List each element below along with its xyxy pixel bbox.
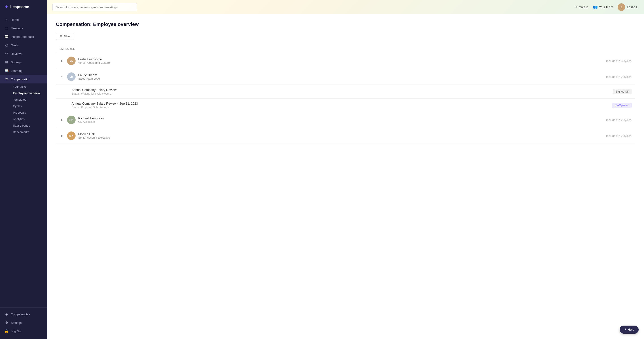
label-goals: Goals	[11, 44, 18, 47]
create-button[interactable]: + Create	[575, 5, 588, 10]
label-settings: Settings	[11, 321, 22, 324]
filter-icon: ▽	[60, 34, 62, 38]
employee-role-leslie: VP of People and Culture	[78, 61, 110, 64]
cycle-badge: Re-Opened	[612, 103, 632, 108]
employee-cell-monica: ▶ MH Monica Hall Senior Account Executiv…	[56, 128, 426, 144]
label-compensation: Compensation	[11, 78, 30, 81]
column-cycles	[426, 45, 635, 53]
cycle-name: Annual Company Salary Review	[72, 88, 116, 92]
cycle-cell: Annual Company Salary Review Status: Wai…	[56, 85, 635, 98]
sidebar: ✦ Leapsome ⌂Home☰Meetings💬Instant Feedba…	[0, 0, 47, 339]
table-row[interactable]: ▾ LB Laurie Bream Sales Team Lead Includ…	[56, 69, 635, 85]
icon-compensation: ✿	[4, 77, 8, 81]
topbar-actions: + Create 👥 Your team LL Leslie L.	[575, 3, 639, 11]
sidebar-bottom: ◈Competencies⚙Settings🔒Log Out	[0, 308, 47, 339]
chevron-richard[interactable]: ▶	[60, 118, 64, 122]
logo-text: Leapsome	[10, 5, 29, 9]
employee-role-richard: CS Associate	[78, 120, 104, 124]
sidebar-subitem-benchmarks[interactable]: Benchmarks	[11, 129, 47, 135]
employee-name-leslie: Leslie Leapsome	[78, 58, 110, 61]
help-label: Help	[628, 328, 634, 332]
sidebar-subitem-proposals[interactable]: Proposals	[11, 109, 47, 116]
sidebar-subitem-analytics[interactable]: Analytics	[11, 116, 47, 122]
icon-home: ⌂	[4, 18, 8, 22]
column-employee: Employee	[56, 45, 426, 53]
help-icon: ?	[624, 328, 626, 332]
icon-settings: ⚙	[4, 321, 8, 325]
label-reviews: Reviews	[11, 52, 22, 56]
your-team-label: Your team	[599, 5, 613, 9]
avatar-monica: MH	[67, 132, 76, 140]
sidebar-item-compensation[interactable]: ✿Compensation	[0, 75, 47, 84]
employee-role-monica: Senior Account Executive	[78, 136, 110, 139]
sidebar-item-reviews[interactable]: ✏Reviews	[0, 50, 47, 58]
filter-label: Filter	[64, 35, 70, 38]
cycles-count-leslie: Included in 3 cycles	[426, 53, 635, 69]
employee-role-laurie: Sales Team Lead	[78, 77, 100, 80]
chevron-laurie[interactable]: ▾	[60, 74, 64, 79]
search-input[interactable]	[52, 3, 137, 12]
filter-button[interactable]: ▽ Filter	[56, 33, 74, 40]
label-learning: Learning	[11, 69, 22, 72]
cycles-count-monica: Included in 2 cycles	[426, 128, 635, 144]
sidebar-item-learning[interactable]: 📖Learning	[0, 66, 47, 75]
employee-cell-richard: ▶ RH Richard Hendricks CS Associate	[56, 112, 426, 128]
avatar-richard: RH	[67, 116, 76, 124]
help-button[interactable]: ? Help	[620, 326, 639, 334]
icon-instant-feedback: 💬	[4, 35, 8, 39]
sidebar-subitem-templates[interactable]: Templates	[11, 96, 47, 103]
team-icon: 👥	[593, 5, 598, 10]
sidebar-subitem-salary-bands[interactable]: Salary bands	[11, 122, 47, 129]
icon-competencies: ◈	[4, 312, 8, 316]
icon-learning: 📖	[4, 69, 8, 73]
cycle-info: Annual Company Salary Review Status: Wai…	[72, 88, 116, 95]
sidebar-item-settings[interactable]: ⚙Settings	[0, 318, 47, 327]
sidebar-item-competencies[interactable]: ◈Competencies	[0, 310, 47, 318]
create-label: Create	[579, 5, 588, 9]
sidebar-subitem-employee-overview[interactable]: Employee overview	[11, 90, 47, 96]
label-home: Home	[11, 18, 19, 22]
plus-icon: +	[575, 5, 578, 10]
logo-icon: ✦	[4, 4, 8, 10]
cycles-count-richard: Included in 2 cycles	[426, 112, 635, 128]
sidebar-item-meetings[interactable]: ☰Meetings	[0, 24, 47, 32]
employee-name-richard: Richard Hendricks	[78, 116, 104, 120]
page-title: Compensation: Employee overview	[56, 22, 635, 27]
logo[interactable]: ✦ Leapsome	[0, 0, 47, 14]
sidebar-nav: ⌂Home☰Meetings💬Instant Feedback◎Goals✏Re…	[0, 14, 47, 308]
icon-log-out: 🔒	[4, 329, 8, 333]
sidebar-subitem-cycles[interactable]: Cycles	[11, 103, 47, 109]
employee-info-monica: Monica Hall Senior Account Executive	[78, 132, 110, 139]
employee-table: Employee ▶ LL Leslie Leapsome VP of Peop…	[56, 45, 635, 144]
employee-cell-laurie: ▾ LB Laurie Bream Sales Team Lead	[56, 69, 426, 85]
avatar-leslie: LL	[67, 56, 76, 65]
cycle-row[interactable]: Annual Company Salary Review Status: Wai…	[56, 85, 635, 98]
cycle-badge: Signed Off	[613, 89, 632, 94]
sidebar-item-log-out[interactable]: 🔒Log Out	[0, 327, 47, 336]
chevron-leslie[interactable]: ▶	[60, 58, 64, 63]
sidebar-item-instant-feedback[interactable]: 💬Instant Feedback	[0, 32, 47, 41]
cycle-status: Status: Proposal Submissions	[72, 106, 138, 109]
employee-info-richard: Richard Hendricks CS Associate	[78, 116, 104, 124]
employee-name-monica: Monica Hall	[78, 132, 110, 136]
employee-cell-leslie: ▶ LL Leslie Leapsome VP of People and Cu…	[56, 53, 426, 69]
sidebar-item-home[interactable]: ⌂Home	[0, 16, 47, 24]
sidebar-subitem-your-tasks[interactable]: Your tasks	[11, 84, 47, 90]
avatar: LL	[618, 3, 625, 11]
content-area: Compensation: Employee overview ▽ Filter…	[47, 14, 644, 339]
table-row[interactable]: ▶ RH Richard Hendricks CS Associate Incl…	[56, 112, 635, 128]
your-team-button[interactable]: 👥 Your team	[593, 5, 613, 10]
icon-meetings: ☰	[4, 26, 8, 30]
user-menu[interactable]: LL Leslie L.	[618, 3, 639, 11]
table-row[interactable]: ▶ MH Monica Hall Senior Account Executiv…	[56, 128, 635, 144]
sidebar-item-surveys[interactable]: ⊞Surveys	[0, 58, 47, 66]
icon-reviews: ✏	[4, 52, 8, 56]
employee-name-laurie: Laurie Bream	[78, 73, 100, 77]
cycle-row[interactable]: Annual Company Salary Review - Sep 11, 2…	[56, 98, 635, 112]
sidebar-item-goals[interactable]: ◎Goals	[0, 41, 47, 50]
employee-info-laurie: Laurie Bream Sales Team Lead	[78, 73, 100, 80]
table-row[interactable]: ▶ LL Leslie Leapsome VP of People and Cu…	[56, 53, 635, 69]
avatar-laurie: LB	[67, 72, 76, 81]
label-surveys: Surveys	[11, 60, 22, 64]
chevron-monica[interactable]: ▶	[60, 133, 64, 138]
